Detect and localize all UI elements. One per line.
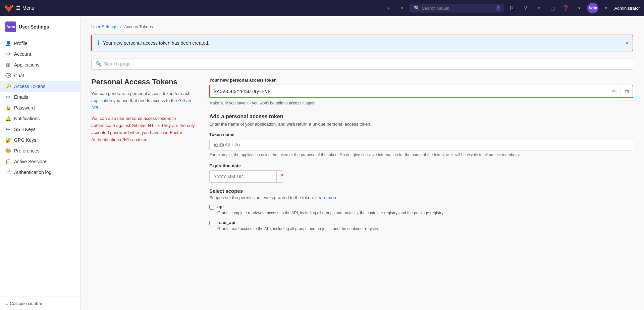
- search-input[interactable]: [422, 6, 494, 11]
- account-icon: ⚙: [5, 51, 11, 57]
- calendar-button[interactable]: 📅: [276, 171, 283, 182]
- section-title: Personal Access Tokens: [91, 78, 199, 86]
- merge-request-icon[interactable]: ⑂: [520, 3, 531, 13]
- search-icon: 🔍: [96, 61, 101, 67]
- git-link[interactable]: Git: [131, 123, 137, 128]
- sidebar-item-label: Access Tokens: [14, 84, 45, 89]
- application-link[interactable]: application: [91, 98, 112, 103]
- sidebar-item-notifications[interactable]: 🔔 Notifications: [0, 113, 80, 124]
- menu-label: Menu: [22, 5, 34, 11]
- issues-icon[interactable]: ◻: [547, 3, 558, 13]
- preferences-icon: 🎨: [5, 148, 11, 153]
- chevron-down-icon-mr[interactable]: ▾: [534, 3, 544, 13]
- expiry-input[interactable]: [210, 171, 276, 182]
- token-value-input[interactable]: [210, 85, 608, 97]
- sidebar-item-chat[interactable]: 💬 Chat: [0, 70, 80, 81]
- page-search-bar[interactable]: 🔍: [91, 58, 633, 70]
- sidebar-nav: 👤 Profile ⚙ Account ▦ Applications 💬 Cha…: [0, 35, 80, 297]
- sidebar-item-account[interactable]: ⚙ Account: [0, 49, 80, 59]
- emails-icon: ✉: [5, 94, 11, 100]
- token-name-input[interactable]: [209, 139, 633, 150]
- help-icon[interactable]: ❓: [560, 3, 571, 13]
- applications-icon: ▦: [5, 62, 11, 68]
- sidebar-item-label: Authentication log: [14, 170, 51, 175]
- token-edit-button[interactable]: ✏: [608, 86, 621, 97]
- sidebar-item-label: Profile: [14, 41, 28, 46]
- sidebar-item-auth-log[interactable]: 📄 Authentication log: [0, 167, 80, 178]
- page-search-input[interactable]: [104, 61, 629, 67]
- expiry-row: 📅: [209, 170, 283, 183]
- sidebar-item-password[interactable]: 🔒 Password: [0, 102, 80, 113]
- sidebar-item-label: Notifications: [14, 116, 40, 121]
- sidebar-item-label: Preferences: [14, 148, 39, 153]
- alert-message: Your new personal access token has been …: [103, 40, 209, 46]
- password-icon: 🔒: [5, 105, 11, 110]
- page-layout: Adm User Settings 👤 Profile ⚙ Account ▦ …: [0, 16, 644, 310]
- scope-read-api-desc: Grants read access to the API, including…: [217, 226, 379, 232]
- sidebar-title: User Settings: [19, 24, 49, 30]
- top-navigation: ☰ Menu ＋ ▾ 🔍 / ☑ ⑂ ▾ ◻ ❓ ▾ Adm ▾ Adminis…: [0, 0, 644, 16]
- new-token-label: Your new personal access token: [209, 78, 633, 83]
- collapse-sidebar-button[interactable]: « Collapse sidebar: [0, 297, 80, 310]
- token-copy-button[interactable]: ⧉: [621, 86, 633, 97]
- chevron-down-icon[interactable]: ▾: [397, 3, 408, 13]
- token-name-hint: For example, the application using the t…: [209, 152, 633, 158]
- sidebar-item-gpg-keys[interactable]: 🔐 GPG Keys: [0, 135, 80, 145]
- breadcrumb-separator: >: [119, 24, 122, 29]
- sidebar-item-label: GPG Keys: [14, 137, 36, 143]
- scope-read-api-checkbox[interactable]: [209, 221, 214, 225]
- scope-item-read-api: read_api Grants read access to the API, …: [209, 220, 633, 232]
- gitlab-logo[interactable]: [4, 3, 13, 13]
- 2fa-link[interactable]: Two-Factor Authentication (2FA): [91, 130, 182, 142]
- user-name-label: Administrator: [614, 6, 640, 11]
- personal-access-tokens-link[interactable]: personal access tokens: [125, 116, 171, 121]
- sidebar-item-label: Applications: [14, 62, 40, 68]
- left-column: Personal Access Tokens You can generate …: [91, 78, 199, 236]
- new-item-button[interactable]: ＋: [383, 3, 394, 13]
- sidebar-user-avatar: Adm: [5, 21, 16, 32]
- right-column: Your new personal access token ✏ ⧉ Make …: [209, 78, 633, 236]
- sidebar-item-label: Account: [14, 51, 31, 57]
- hamburger-icon: ☰: [16, 5, 20, 11]
- alert-close-button[interactable]: ×: [626, 40, 629, 46]
- todo-icon[interactable]: ☑: [507, 3, 518, 13]
- scope-api-name: api: [217, 204, 444, 209]
- sidebar-item-label: Emails: [14, 94, 28, 100]
- scope-read-api-details: read_api Grants read access to the API, …: [217, 220, 379, 232]
- scope-api-checkbox[interactable]: [209, 205, 214, 210]
- learn-more-link[interactable]: Learn more.: [315, 195, 339, 200]
- scope-read-api-name: read_api: [217, 220, 379, 225]
- chevron-left-icon: «: [5, 301, 8, 306]
- sidebar-item-applications[interactable]: ▦ Applications: [0, 59, 80, 70]
- sidebar-item-ssh-keys[interactable]: 🗝 SSH Keys: [0, 124, 80, 135]
- slash-shortcut: /: [496, 5, 500, 11]
- breadcrumb-parent[interactable]: User Settings: [91, 24, 117, 29]
- sidebar-item-label: SSH Keys: [14, 127, 36, 132]
- scopes-desc: Scopes set the permission levels granted…: [209, 195, 633, 200]
- sidebar-item-access-tokens[interactable]: 🔑 Access Tokens: [0, 81, 80, 92]
- info-icon: ℹ: [97, 39, 100, 47]
- token-name-label: Token name: [209, 132, 633, 137]
- sidebar-item-active-sessions[interactable]: 📋 Active Sessions: [0, 156, 80, 167]
- menu-button[interactable]: ☰ Menu: [16, 5, 34, 11]
- form-desc: Enter the name of your application, and …: [209, 122, 633, 127]
- help-chevron-icon[interactable]: ▾: [574, 3, 585, 13]
- auth-log-icon: 📄: [5, 170, 11, 175]
- user-avatar[interactable]: Adm: [587, 3, 598, 13]
- active-sessions-icon: 📋: [5, 159, 11, 164]
- sidebar-item-profile[interactable]: 👤 Profile: [0, 38, 80, 49]
- section-desc-1: You can generate a personal access token…: [91, 90, 199, 111]
- sidebar-item-emails[interactable]: ✉ Emails: [0, 92, 80, 102]
- profile-icon: 👤: [5, 41, 11, 46]
- token-display-box: ✏ ⧉: [209, 85, 633, 98]
- scope-api-desc: Grants complete read/write access to the…: [217, 210, 444, 216]
- token-actions: ✏ ⧉: [608, 86, 633, 97]
- sidebar-item-label: Password: [14, 105, 35, 110]
- content-grid: Personal Access Tokens You can generate …: [91, 78, 633, 236]
- search-bar[interactable]: 🔍 /: [410, 4, 504, 12]
- sidebar-item-preferences[interactable]: 🎨 Preferences: [0, 145, 80, 156]
- ssh-keys-icon: 🗝: [5, 127, 11, 132]
- edit-icon: ✏: [612, 88, 616, 95]
- avatar-chevron-icon[interactable]: ▾: [601, 3, 611, 13]
- scope-api-details: api Grants complete read/write access to…: [217, 204, 444, 216]
